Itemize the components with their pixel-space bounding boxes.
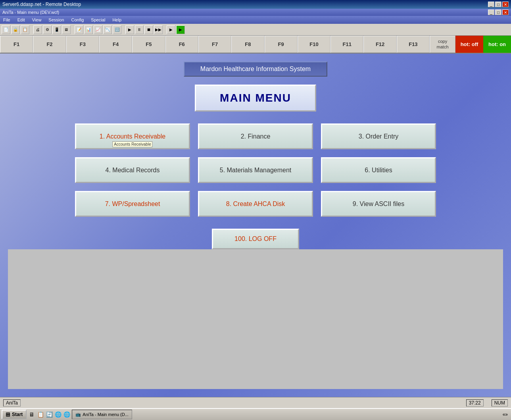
accounts-receivable-tooltip: Accounts Receivable [112, 141, 152, 147]
menu-btn-utilities[interactable]: 6. Utilities [321, 157, 436, 183]
f10-key[interactable]: F10 [298, 36, 330, 53]
copy-match-button[interactable]: copymatch [430, 36, 455, 53]
start-label: Start [12, 412, 23, 417]
menu-btn-accounts-receivable[interactable]: 1. Accounts Receivable Accounts Receivab… [75, 123, 190, 149]
anita-title: AniTa - Main menu (DEV.wcf) [2, 10, 59, 15]
system-title: Mardon Healthcare Information System [200, 66, 311, 72]
taskbar-right: «» [503, 412, 509, 417]
tool-btn-9[interactable]: 📊 [84, 25, 93, 34]
tool-btn-5[interactable]: ⚙ [43, 25, 52, 34]
menu-btn-wp-spreadsheet[interactable]: 7. WP/Spreadsheet [75, 191, 190, 217]
hot-off-button[interactable]: hot: off [455, 36, 483, 53]
f6-key[interactable]: F6 [165, 36, 198, 53]
tool-btn-6[interactable]: 📱 [52, 25, 61, 34]
f5-key[interactable]: F5 [132, 36, 165, 53]
maximize-button[interactable]: □ [495, 2, 501, 7]
menu-btn-order-entry[interactable]: 3. Order Entry [321, 123, 436, 149]
start-button[interactable]: ⊞ Start [2, 410, 27, 419]
taskbar-icon-3[interactable]: 🔄 [46, 411, 53, 418]
status-anita: AniTa [3, 399, 21, 407]
menu-items: File Edit View Session Config Special He… [0, 17, 125, 22]
menu-session[interactable]: Session [47, 17, 65, 22]
taskbar-app-icon: 📺 [75, 412, 81, 417]
tool-btn-14[interactable]: ⏸ [135, 25, 144, 34]
title-bar-text: Server6.ddasp.net - Remote Desktop [2, 2, 81, 7]
f4-key[interactable]: F4 [99, 36, 132, 53]
menu-bar: File Edit View Session Config Special He… [0, 16, 511, 24]
taskbar-icon-2[interactable]: 📋 [37, 411, 44, 418]
main-content: Mardon Healthcare Information System MAI… [0, 54, 511, 397]
menu-special[interactable]: Special [89, 17, 107, 22]
title-bar-controls: _ □ ✕ [488, 2, 509, 7]
menu-view[interactable]: View [31, 17, 43, 22]
taskbar-icon-1[interactable]: 🖥 [28, 411, 35, 418]
tool-btn-15[interactable]: ⏹ [144, 25, 153, 34]
status-right: 37:22 NUM [466, 399, 508, 407]
logoff-button[interactable]: 100. LOG OFF [212, 229, 299, 249]
menu-help[interactable]: Help [111, 17, 123, 22]
menu-btn-medical-records[interactable]: 4. Medical Records [75, 157, 190, 183]
tool-btn-18[interactable]: ▶ [176, 25, 185, 34]
minimize-button[interactable]: _ [488, 2, 494, 7]
tool-btn-12[interactable]: 🔢 [113, 25, 121, 34]
tool-btn-3[interactable]: 📋 [21, 25, 29, 34]
taskbar-anita-app[interactable]: 📺 AniTa - Main menu (D... [72, 410, 132, 419]
f12-key[interactable]: F12 [363, 36, 396, 53]
menu-btn-view-ascii[interactable]: 9. View ASCII files [321, 191, 436, 217]
menu-btn-materials-management[interactable]: 5. Materials Management [198, 157, 313, 183]
tool-btn-7[interactable]: 🖥 [62, 25, 71, 34]
tool-btn-1[interactable]: 📄 [2, 25, 10, 34]
tool-btn-8[interactable]: 📝 [75, 25, 83, 34]
status-left: AniTa [3, 399, 21, 407]
menu-file[interactable]: File [2, 17, 12, 22]
taskbar-icon-4[interactable]: 🌐 [54, 411, 61, 418]
taskbar: ⊞ Start 🖥 📋 🔄 🌐 🌐 📺 AniTa - Main menu (D… [0, 408, 511, 420]
menu-edit[interactable]: Edit [16, 17, 27, 22]
f11-key[interactable]: F11 [330, 36, 363, 53]
tool-btn-10[interactable]: 📈 [94, 25, 102, 34]
f1-key[interactable]: F1 [0, 36, 33, 53]
menu-config[interactable]: Config [70, 17, 86, 22]
fkey-bar: F1 F2 F3 F4 F5 F6 F7 F8 F9 F10 F11 F12 F… [0, 36, 511, 54]
f8-key[interactable]: F8 [231, 36, 264, 53]
taskbar-icon-5[interactable]: 🌐 [63, 411, 70, 418]
f2-key[interactable]: F2 [33, 36, 66, 53]
f3-key[interactable]: F3 [66, 36, 99, 53]
main-menu-box: MAIN MENU [195, 85, 316, 112]
main-menu-title: MAIN MENU [220, 92, 291, 104]
tool-btn-4[interactable]: 🖨 [33, 25, 42, 34]
tool-btn-13[interactable]: ▶ [125, 25, 134, 34]
tool-btn-11[interactable]: 📉 [103, 25, 112, 34]
close-button[interactable]: ✕ [502, 2, 509, 7]
toolbar: 📄 🔒 📋 🖨 ⚙ 📱 🖥 📝 📊 📈 📉 🔢 ▶ ⏸ ⏹ ▶▶ ▶ ▶ [0, 24, 511, 36]
f7-key[interactable]: F7 [198, 36, 231, 53]
anita-maximize-button[interactable]: □ [495, 10, 501, 15]
system-title-box: Mardon Healthcare Information System [184, 62, 327, 77]
anita-controls: _ □ ✕ [488, 10, 509, 15]
windows-icon: ⊞ [6, 411, 10, 418]
f9-key[interactable]: F9 [265, 36, 298, 53]
menu-btn-finance[interactable]: 2. Finance [198, 123, 313, 149]
status-num: NUM [492, 399, 508, 407]
tool-btn-17[interactable]: ▶ [167, 25, 175, 34]
menu-grid: 1. Accounts Receivable Accounts Receivab… [75, 123, 436, 217]
status-bar: AniTa 37:22 NUM [0, 397, 511, 408]
hot-on-button[interactable]: hot: on [483, 36, 511, 53]
title-bar: Server6.ddasp.net - Remote Desktop _ □ ✕ [0, 0, 511, 9]
menu-btn-create-ahca-disk[interactable]: 8. Create AHCA Disk [198, 191, 313, 217]
status-time: 37:22 [466, 399, 484, 407]
gray-area [8, 249, 503, 389]
tool-btn-16[interactable]: ▶▶ [154, 25, 163, 34]
taskbar-arrows: «» [503, 412, 508, 417]
anita-close-button[interactable]: ✕ [502, 10, 509, 15]
anita-minimize-button[interactable]: _ [488, 10, 494, 15]
f13-key[interactable]: F13 [397, 36, 430, 53]
anita-bar: AniTa - Main menu (DEV.wcf) _ □ ✕ [0, 9, 511, 16]
tool-btn-2[interactable]: 🔒 [11, 25, 20, 34]
